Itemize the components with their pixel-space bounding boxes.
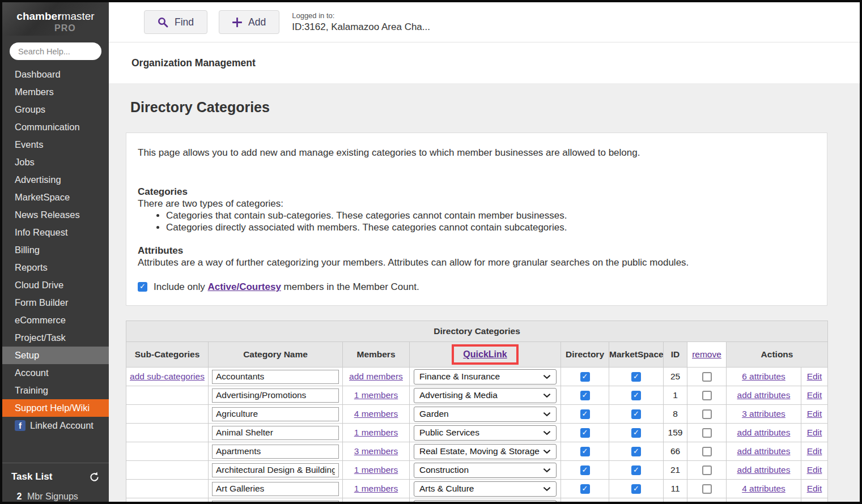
sidebar-item-info-request[interactable]: Info Request <box>2 224 109 241</box>
sidebar-item-jobs[interactable]: Jobs <box>2 153 109 171</box>
logged-in-label: Logged in to: <box>292 11 430 20</box>
task-list-item[interactable]: 2Mbr Signups <box>11 492 100 502</box>
brand-name-regular: master <box>62 10 95 22</box>
attributes-link[interactable]: 6 attributes <box>742 371 785 381</box>
quicklink-select[interactable]: Arts & Culture <box>414 481 557 497</box>
section-title: Organization Management <box>109 42 860 83</box>
quicklink-select[interactable]: Public Services <box>414 425 557 441</box>
directory-checkbox[interactable] <box>580 465 590 475</box>
help-search-input[interactable] <box>10 42 101 60</box>
attributes-link[interactable]: add attributes <box>737 390 791 400</box>
sidebar-item-label: MarketSpace <box>15 192 70 203</box>
edit-link[interactable]: Edit <box>807 465 822 475</box>
sidebar-item-members[interactable]: Members <box>2 83 109 101</box>
edit-link[interactable]: Edit <box>807 428 822 437</box>
sidebar-item-label: Account <box>15 368 49 378</box>
attributes-link[interactable]: add attributes <box>737 465 791 475</box>
sidebar-item-linked-account[interactable]: fLinked Account <box>2 417 109 434</box>
members-link[interactable]: 1 members <box>354 484 398 493</box>
sidebar-item-support-help-wiki[interactable]: Support Help/Wiki <box>2 399 109 417</box>
directory-checkbox[interactable] <box>580 428 590 438</box>
members-link[interactable]: add members <box>349 371 403 381</box>
marketspace-checkbox[interactable] <box>631 428 641 438</box>
sidebar-item-reports[interactable]: Reports <box>2 259 109 276</box>
directory-checkbox[interactable] <box>580 484 590 494</box>
sidebar-item-ecommerce[interactable]: eCommerce <box>2 311 109 329</box>
sidebar-item-news-releases[interactable]: News Releases <box>2 206 109 224</box>
marketspace-checkbox[interactable] <box>631 465 641 475</box>
add-sub-categories-link[interactable]: add sub-categories <box>130 371 205 381</box>
remove-checkbox[interactable] <box>702 484 712 494</box>
members-link[interactable]: 1 members <box>354 390 398 400</box>
attributes-link[interactable]: add attributes <box>737 428 791 437</box>
category-name-input[interactable] <box>212 501 339 502</box>
remove-checkbox[interactable] <box>702 465 712 475</box>
quicklink-header-link[interactable]: QuickLink <box>463 349 507 359</box>
members-link[interactable]: 1 members <box>354 428 398 437</box>
quicklink-select[interactable]: Finance & Insurance <box>414 369 557 385</box>
remove-checkbox[interactable] <box>702 409 712 419</box>
sidebar-item-label: Billing <box>15 245 40 255</box>
sidebar-item-account[interactable]: Account <box>2 364 109 382</box>
attributes-link[interactable]: 3 attributes <box>742 409 785 418</box>
edit-link[interactable]: Edit <box>807 390 822 400</box>
quicklink-select[interactable]: Garden <box>414 407 557 422</box>
remove-checkbox[interactable] <box>702 372 712 382</box>
directory-checkbox[interactable] <box>580 372 590 382</box>
category-name-input[interactable] <box>212 482 339 496</box>
marketspace-checkbox[interactable] <box>631 372 641 382</box>
sidebar-item-communication[interactable]: Communication <box>2 118 109 136</box>
page-content: Directory Categories This page allows yo… <box>109 83 860 502</box>
sidebar-item-label: Members <box>15 87 54 97</box>
quicklink-select[interactable]: Construction <box>414 463 557 478</box>
quicklink-select[interactable]: Advertising & Media <box>414 388 557 403</box>
category-name-input[interactable] <box>212 463 339 477</box>
category-name-input[interactable] <box>212 388 339 403</box>
sidebar-item-marketspace[interactable]: MarketSpace <box>2 189 109 206</box>
sidebar-item-groups[interactable]: Groups <box>2 101 109 118</box>
attributes-link[interactable]: 4 attributes <box>742 484 785 493</box>
table-title: Directory Categories <box>126 321 828 342</box>
active-courtesy-link[interactable]: Active/Courtesy <box>207 281 281 292</box>
sidebar-item-training[interactable]: Training <box>2 382 109 399</box>
edit-link[interactable]: Edit <box>807 446 822 456</box>
sidebar-item-cloud-drive[interactable]: Cloud Drive <box>2 276 109 294</box>
remove-header-link[interactable]: remove <box>692 349 721 359</box>
members-link[interactable]: 4 members <box>354 409 398 418</box>
directory-checkbox[interactable] <box>580 447 590 456</box>
quicklink-select[interactable]: Arts & Culture <box>414 500 557 502</box>
marketspace-checkbox[interactable] <box>631 391 641 400</box>
find-button[interactable]: Find <box>144 10 207 34</box>
remove-checkbox[interactable] <box>702 391 712 400</box>
sidebar-item-dashboard[interactable]: Dashboard <box>2 66 109 83</box>
category-name-input[interactable] <box>212 370 339 384</box>
members-link[interactable]: 1 members <box>354 465 398 475</box>
members-link[interactable]: 3 members <box>354 446 398 456</box>
category-name-input[interactable] <box>212 426 339 440</box>
sidebar-item-label: eCommerce <box>15 315 66 326</box>
edit-link[interactable]: Edit <box>807 484 822 493</box>
remove-checkbox[interactable] <box>702 428 712 438</box>
category-name-input[interactable] <box>212 445 339 459</box>
marketspace-checkbox[interactable] <box>631 484 641 494</box>
marketspace-checkbox[interactable] <box>631 409 641 419</box>
add-button[interactable]: Add <box>219 10 279 34</box>
sidebar-item-advertising[interactable]: Advertising <box>2 171 109 189</box>
sidebar-item-form-builder[interactable]: Form Builder <box>2 294 109 311</box>
edit-link[interactable]: Edit <box>807 409 822 418</box>
remove-checkbox[interactable] <box>702 447 712 456</box>
sidebar-item-events[interactable]: Events <box>2 136 109 153</box>
member-count-checkbox[interactable] <box>138 282 147 292</box>
attributes-link[interactable]: add attributes <box>737 446 791 456</box>
edit-link[interactable]: Edit <box>807 371 822 381</box>
directory-checkbox[interactable] <box>580 391 590 400</box>
sidebar-item-setup[interactable]: Setup <box>2 347 109 364</box>
refresh-icon[interactable] <box>89 472 100 482</box>
category-id: 8 <box>673 409 678 418</box>
sidebar-item-project-task[interactable]: Project/Task <box>2 329 109 347</box>
category-name-input[interactable] <box>212 407 339 421</box>
quicklink-select[interactable]: Real Estate, Moving & Storage <box>414 444 557 459</box>
marketspace-checkbox[interactable] <box>631 447 641 456</box>
directory-checkbox[interactable] <box>580 409 590 419</box>
sidebar-item-billing[interactable]: Billing <box>2 241 109 259</box>
